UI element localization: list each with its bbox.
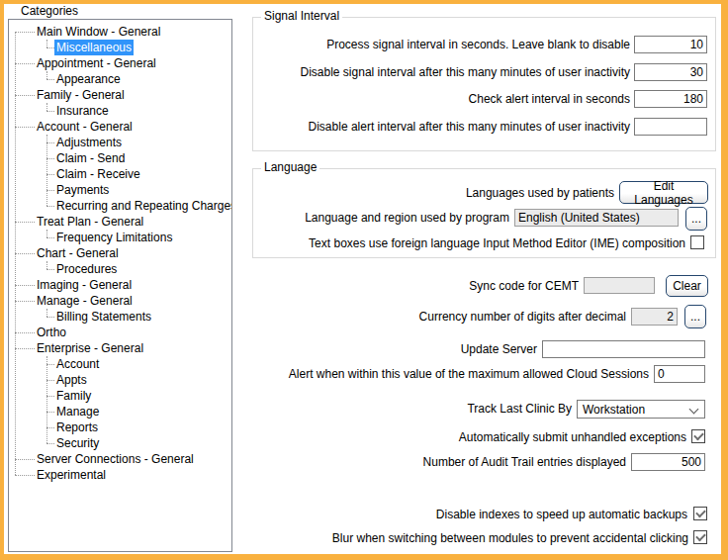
tree-item-adjustments[interactable]: Adjustments [54, 135, 124, 150]
tree-item-enterprise-general[interactable]: Enterprise - General [35, 340, 145, 356]
tree-item-frequency-limitations[interactable]: Frequency Limitations [54, 230, 174, 245]
cloud-sessions-alert-label: Alert when within this value of the maxi… [289, 365, 649, 383]
tree-item-security[interactable]: Security [54, 435, 101, 451]
tree-item-label: Enterprise - General [35, 340, 145, 356]
tree-item-account-general[interactable]: Account - General [35, 119, 135, 135]
tree-item-server-connections-general[interactable]: Server Connections - General [35, 451, 196, 467]
tree-item-label: Manage - General [35, 293, 135, 309]
tree-item-procedures[interactable]: Procedures [54, 261, 119, 277]
tree-connector [46, 364, 54, 365]
tree-connector [15, 332, 35, 333]
language-region-ellipsis-button[interactable]: ... [685, 207, 707, 231]
tree-item-appts[interactable]: Appts [54, 372, 89, 388]
submit-exceptions-checkbox[interactable] [691, 429, 705, 443]
chevron-down-icon [689, 405, 699, 415]
tree-item-manage[interactable]: Manage [54, 404, 101, 420]
tree-connector [15, 475, 35, 476]
tree-connector [46, 142, 54, 143]
tree-connector [46, 79, 54, 80]
currency-digits-ellipsis-button[interactable]: ... [684, 305, 706, 328]
tree-connector [46, 261, 47, 269]
tree-connector [15, 348, 35, 349]
tree-connector [46, 206, 54, 207]
tree-item-miscellaneous[interactable]: Miscellaneous [54, 40, 134, 55]
tree-connector [46, 158, 54, 159]
tree-item-billing-statements[interactable]: Billing Statements [54, 309, 153, 325]
tree-item-label: Server Connections - General [35, 451, 196, 467]
tree-connector [46, 111, 54, 112]
tree-item-experimental[interactable]: Experimental [35, 467, 108, 483]
tree-item-label: Security [54, 435, 101, 451]
disable-signal-interval-input[interactable] [634, 63, 707, 81]
tree-connector [46, 380, 54, 381]
audit-trail-entries-label: Number of Audit Trail entries displayed [423, 453, 626, 471]
tree-item-label: Manage [54, 404, 101, 420]
tree-connector [46, 135, 47, 206]
ime-composition-checkbox[interactable] [690, 235, 704, 249]
clear-sync-code-button[interactable]: Clear [666, 275, 708, 297]
language-region-label: Language and region used by program [305, 209, 509, 227]
tree-connector [46, 71, 47, 79]
tree-item-account[interactable]: Account [54, 356, 101, 372]
tree-connector [46, 427, 54, 428]
tree-item-label: Appearance [54, 71, 123, 87]
tree-item-ortho[interactable]: Ortho [35, 325, 68, 340]
tree-item-family-general[interactable]: Family - General [35, 87, 127, 103]
disable-signal-interval-label: Disable signal interval after this many … [301, 63, 630, 81]
tree-connector [46, 412, 54, 413]
tree-connector [46, 443, 54, 444]
tree-item-treat-plan-general[interactable]: Treat Plan - General [35, 214, 145, 230]
tree-item-imaging-general[interactable]: Imaging - General [35, 277, 134, 293]
tree-item-label: Treat Plan - General [35, 214, 145, 230]
tree-item-insurance[interactable]: Insurance [54, 103, 111, 119]
tree-item-label: Experimental [35, 467, 108, 483]
tree-item-main-window-general[interactable]: Main Window - General [35, 24, 162, 40]
tree-item-label: Family - General [35, 87, 127, 103]
tree-connector [15, 63, 35, 64]
track-last-clinic-value: Workstation [583, 403, 645, 417]
track-last-clinic-dropdown[interactable]: Workstation [577, 400, 705, 419]
tree-connector [15, 32, 35, 33]
tree-item-appearance[interactable]: Appearance [54, 71, 123, 87]
process-signal-interval-label: Process signal interval in seconds. Leav… [326, 36, 630, 53]
tree-item-label: Frequency Limitations [54, 230, 174, 245]
audit-trail-entries-input[interactable] [631, 453, 705, 471]
tree-item-label: Chart - General [35, 245, 121, 261]
tree-item-label: Account - General [35, 119, 135, 135]
tree-item-claim-receive[interactable]: Claim - Receive [54, 166, 142, 182]
blur-modules-label: Blur when switching between modules to p… [332, 529, 688, 547]
tree-connector [15, 95, 35, 96]
currency-digits-field[interactable] [631, 308, 678, 326]
tree-item-claim-send[interactable]: Claim - Send [54, 150, 127, 166]
check-alert-interval-label: Check alert interval in seconds [469, 90, 630, 108]
tree-item-label: Appointment - General [35, 55, 158, 71]
tree-connector [46, 317, 54, 318]
tree-connector [46, 309, 47, 317]
sync-code-cemt-label: Sync code for CEMT [469, 277, 579, 295]
currency-digits-label: Currency number of digits after decimal [419, 308, 626, 326]
cloud-sessions-alert-input[interactable] [654, 365, 705, 383]
tree-item-payments[interactable]: Payments [54, 182, 111, 198]
tree-connector [46, 230, 47, 237]
edit-languages-button[interactable]: Edit Languages [619, 181, 708, 204]
tree-item-label: Insurance [54, 103, 111, 119]
update-server-input[interactable] [542, 340, 705, 358]
tree-connector [46, 47, 54, 48]
tree-item-manage-general[interactable]: Manage - General [35, 293, 135, 309]
submit-exceptions-label: Automatically submit unhandled exception… [459, 428, 686, 446]
tree-item-label: Ortho [35, 325, 68, 340]
categories-label: Categories [21, 2, 78, 20]
disable-indexes-checkbox[interactable] [693, 507, 707, 520]
tree-item-chart-general[interactable]: Chart - General [35, 245, 121, 261]
language-region-field[interactable] [514, 209, 679, 227]
process-signal-interval-input[interactable] [634, 36, 707, 53]
disable-alert-interval-input[interactable] [634, 118, 707, 136]
tree-item-family[interactable]: Family [54, 388, 93, 404]
blur-modules-checkbox[interactable] [693, 530, 707, 544]
sync-code-cemt-field[interactable] [584, 277, 655, 294]
tree-connector [46, 174, 54, 175]
tree-item-reports[interactable]: Reports [54, 420, 100, 435]
tree-item-recurring-and-repeating-charges[interactable]: Recurring and Repeating Charges [54, 198, 232, 214]
check-alert-interval-input[interactable] [634, 90, 707, 108]
tree-item-appointment-general[interactable]: Appointment - General [35, 55, 158, 71]
